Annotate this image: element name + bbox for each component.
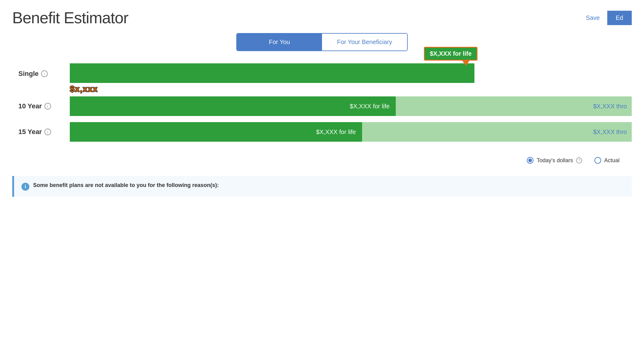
radio-actual-circle — [594, 157, 601, 164]
tooltip-arrow — [462, 60, 470, 66]
toggle-container: For You For Your Beneficiary — [12, 33, 632, 51]
radio-group: Today's dollars ? Actual — [12, 148, 632, 170]
fifteen-year-bar-label: $X,XXX for life — [310, 129, 362, 136]
toggle-group: For You For Your Beneficiary — [236, 33, 408, 51]
fifteen-year-label: 15 Year — [18, 128, 42, 136]
single-tooltip: $X,XXX for life — [424, 47, 477, 61]
fifteen-year-info-icon[interactable]: i — [44, 129, 51, 135]
radio-todays-dollars[interactable]: Today's dollars ? — [527, 157, 582, 164]
tab-for-beneficiary[interactable]: For Your Beneficiary — [322, 34, 407, 50]
info-box-text: Some benefit plans are not available to … — [33, 182, 219, 189]
single-bar — [70, 63, 474, 83]
ten-year-info-icon[interactable]: i — [44, 103, 51, 110]
radio-todays-dollars-label: Today's dollars — [537, 157, 573, 164]
radio-actual[interactable]: Actual — [594, 157, 620, 164]
row-label-10year: 10 Year i — [18, 102, 67, 110]
chart-row-15year: 15 Year i $X,XXX for life $X,XXX thro — [18, 122, 632, 142]
single-label: Single — [18, 70, 39, 78]
radio-actual-label: Actual — [604, 157, 620, 164]
fifteen-year-light-label: $X,XXX thro — [593, 129, 627, 136]
ten-year-bar-label: $X,XXX for life — [344, 103, 396, 110]
header-actions: Save Ed — [578, 11, 632, 25]
single-info-icon[interactable]: i — [41, 70, 48, 77]
single-outside-label: $x,xxx — [70, 84, 98, 94]
chart-wrapper: Single i $X,XXX for life $x,xxx — [12, 63, 632, 142]
main-content: For You For Your Beneficiary Single i $X… — [0, 33, 644, 170]
chart-row-single: Single i $X,XXX for life $x,xxx — [18, 63, 632, 84]
header: Benefit Estimator Save Ed — [0, 0, 644, 33]
row-label-15year: 15 Year i — [18, 128, 67, 136]
todays-dollars-help-icon[interactable]: ? — [576, 157, 582, 163]
page-title: Benefit Estimator — [12, 9, 128, 27]
tab-for-you[interactable]: For You — [237, 34, 322, 50]
ten-year-label: 10 Year — [18, 102, 42, 110]
ten-year-light-bar: $X,XXX thro — [396, 96, 632, 116]
fifteen-year-light-bar: $X,XXX thro — [362, 122, 632, 142]
fifteen-year-bar: $X,XXX for life — [70, 122, 362, 142]
row-label-single: Single i — [18, 70, 67, 78]
info-box-icon: i — [21, 183, 29, 191]
save-button[interactable]: Save — [578, 11, 607, 25]
ten-year-light-label: $X,XXX thro — [593, 103, 627, 110]
ten-year-bar: $X,XXX for life — [70, 96, 396, 116]
edit-button[interactable]: Ed — [607, 11, 632, 25]
chart-row-10year: 10 Year i $X,XXX for life $X,XXX thro — [18, 96, 632, 116]
info-box: i Some benefit plans are not available t… — [12, 176, 632, 197]
radio-todays-dollars-circle — [527, 157, 534, 164]
